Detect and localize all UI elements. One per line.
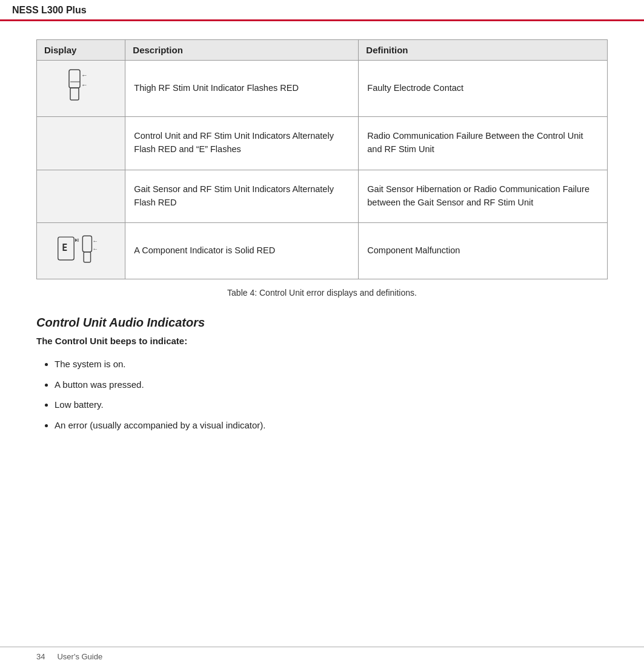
leg-stim-icon: ← ← (58, 67, 104, 106)
definition-cell-4: Component Malfunction (359, 223, 608, 279)
display-cell-2 (37, 116, 125, 170)
error-table: Display Description Definition ← (36, 39, 608, 279)
component-indicator-icon: E ⏯ ← ← (55, 229, 107, 268)
svg-text:←: ← (81, 72, 88, 79)
svg-text:E: E (62, 242, 67, 253)
svg-text:←: ← (93, 245, 98, 252)
audio-indicators-section: Control Unit Audio Indicators The Contro… (36, 316, 608, 435)
description-cell-2: Control Unit and RF Stim Unit Indicators… (125, 116, 359, 170)
table-row: E ⏯ ← ← A Component Indicator is Solid R… (37, 223, 608, 279)
col-header-display: Display (37, 40, 125, 61)
table-row: Gait Sensor and RF Stim Unit Indicators … (37, 170, 608, 223)
empty-display-icon-2 (57, 176, 105, 213)
header-title: NESS L300 Plus (12, 5, 87, 15)
svg-rect-1 (70, 88, 79, 100)
list-item: Low battery. (55, 395, 608, 415)
col-header-description: Description (125, 40, 359, 61)
list-item: An error (usually accompanied by a visua… (55, 416, 608, 435)
page-content: Display Description Definition ← (0, 21, 644, 472)
table-row: Control Unit and RF Stim Unit Indicators… (37, 116, 608, 170)
footer-page-number: 34 (36, 652, 45, 661)
empty-display-icon (57, 123, 105, 159)
description-cell-3: Gait Sensor and RF Stim Unit Indicators … (125, 170, 359, 223)
svg-text:⏯: ⏯ (74, 236, 79, 243)
definition-cell-2: Radio Communication Failure Between the … (359, 116, 608, 170)
col-header-definition: Definition (359, 40, 608, 61)
list-item: The system is on. (55, 355, 608, 374)
svg-rect-8 (82, 236, 91, 252)
definition-cell-3: Gait Sensor Hibernation or Radio Communi… (359, 170, 608, 223)
svg-rect-9 (84, 252, 90, 262)
display-cell-1: ← ← (37, 61, 125, 117)
definition-cell-1: Faulty Electrode Contact (359, 61, 608, 117)
display-cell-4: E ⏯ ← ← (37, 223, 125, 279)
bullet-list: The system is on. A button was pressed. … (55, 355, 608, 435)
description-cell-1: Thigh RF Stim Unit Indicator Flashes RED (125, 61, 359, 117)
section-subtitle: The Control Unit beeps to indicate: (36, 336, 608, 346)
table-row: ← ← Thigh RF Stim Unit Indicator Flashes… (37, 61, 608, 117)
display-cell-3 (37, 170, 125, 223)
section-title: Control Unit Audio Indicators (36, 316, 608, 330)
table-caption: Table 4: Control Unit error displays and… (36, 288, 608, 298)
svg-rect-0 (69, 70, 80, 88)
page-header: NESS L300 Plus (0, 0, 644, 21)
footer-guide-label: User's Guide (57, 652, 102, 661)
description-cell-4: A Component Indicator is Solid RED (125, 223, 359, 279)
svg-text:←: ← (93, 238, 98, 244)
page-footer: 34 User's Guide (0, 647, 644, 666)
svg-text:←: ← (81, 81, 88, 88)
list-item: A button was pressed. (55, 375, 608, 395)
